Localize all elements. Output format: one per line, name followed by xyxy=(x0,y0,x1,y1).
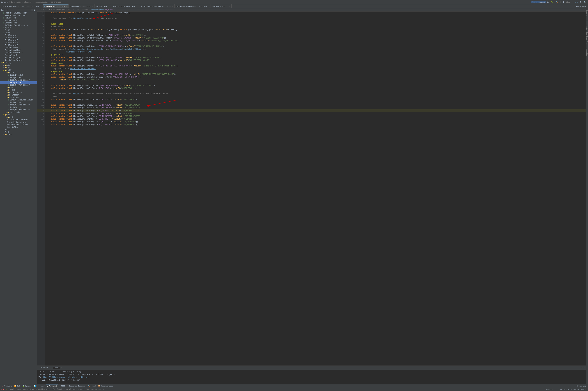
right-panel-gradle[interactable]: Gradle xyxy=(586,24,588,31)
sidebar-item-NettyServerHandler-reconnect[interactable]: JNettyServerHandler xyxy=(0,109,37,111)
status-spaces[interactable]: 4 spaces xyxy=(571,389,579,391)
tab-ChannelOption[interactable]: ◆ ChannelOption.java × xyxy=(43,4,69,8)
run-button[interactable]: ▶ xyxy=(547,0,550,3)
terminal-link[interactable]: https://github.com/quyixiao/test_netty.g… xyxy=(42,376,89,379)
sidebar-item-MySelf[interactable]: JMySelf xyxy=(0,27,37,29)
sidebar-item-directbuffer[interactable]: ▶📁directbuffer xyxy=(0,91,37,94)
sidebar-item-FastThreadLocalTest4[interactable]: JFastThreadLocalTest4 xyxy=(0,12,37,14)
tab-close-icon[interactable]: × xyxy=(229,5,230,7)
debug-button[interactable]: 🐛 xyxy=(551,0,554,3)
right-panel-jqi[interactable]: JQI xyxy=(586,19,588,23)
sidebar-item-Test3[interactable]: JTest3 xyxy=(0,29,37,32)
tab-close-icon[interactable]: × xyxy=(40,5,41,7)
sidebar-item-thrift[interactable]: ▶📁thrift xyxy=(0,134,37,136)
breadcrumb-class[interactable]: ChannelOption xyxy=(91,9,104,11)
tab-AbstractBootstrap[interactable]: AbstractBootstrap.java × xyxy=(111,4,139,8)
sidebar-item-UserBuffer[interactable]: JUserBuffer xyxy=(0,126,37,129)
tab-profiler[interactable]: 📊 Profiler xyxy=(33,384,46,388)
tab-close-icon[interactable]: × xyxy=(66,5,67,7)
sidebar-item-NettyServerHandler-base[interactable]: JNettyServerHandler xyxy=(0,84,37,86)
sidebar-item-TestPromise[interactable]: JTestPromise xyxy=(0,34,37,37)
sidebar-item-FutureTest2[interactable]: JFutureTest2 xyxy=(0,19,37,22)
build-button[interactable]: 🔨 xyxy=(555,0,559,3)
sidebar-item-TestPromise3[interactable]: JTestPromise3 xyxy=(0,39,37,42)
sidebar-item-NettyClient-reconnect[interactable]: JNettyClient xyxy=(0,101,37,104)
tab-todo[interactable]: ✓ TODO xyxy=(58,384,66,388)
sidebar-item-old[interactable]: ▶📁old xyxy=(0,116,37,119)
sidebar-collapse-btn[interactable]: ☰ xyxy=(34,9,36,11)
tab-MyGlobalEven[interactable]: MyGlobalEven... × xyxy=(211,4,232,8)
sidebar-item-netty[interactable]: ▼📁netty xyxy=(0,69,37,71)
right-panel-database[interactable]: Database xyxy=(586,9,588,18)
tab-NettyServer[interactable]: NettyServer.java × xyxy=(21,4,43,8)
sidebar-item-splitpacket[interactable]: ▶📁splitpacket xyxy=(0,111,37,114)
tab-MySelf[interactable]: MySelf.java × xyxy=(95,4,111,8)
sidebar-item-nio[interactable]: ▼📁nio xyxy=(0,114,37,116)
terminal-add-btn[interactable]: + xyxy=(61,367,63,369)
tab-close-icon[interactable]: × xyxy=(137,5,137,7)
status-git-branch[interactable]: ⬆ master xyxy=(546,388,554,391)
tab-terminal[interactable]: Terminal xyxy=(38,366,49,370)
status-line-col[interactable]: 117:48 xyxy=(556,389,562,391)
tab-terminal[interactable]: ▶ Terminal xyxy=(46,384,58,388)
breadcrumb-field[interactable]: SO_BACKLOG xyxy=(105,9,116,11)
settings-button[interactable]: ⚙ xyxy=(579,0,582,3)
sidebar-item-Test4[interactable]: JTest4 xyxy=(0,32,37,34)
sidebar-item-NettyClientHandler-reconnect[interactable]: JNettyClientHandler xyxy=(0,104,37,106)
tab-sequence-diagram[interactable]: ≡ Sequence Diagram xyxy=(67,384,86,388)
sidebar-item-heartbeat[interactable]: ▶📁heartbeat xyxy=(0,94,37,96)
sidebar-item-FastThreadLocalTest5[interactable]: JFastThreadLocalTest5 xyxy=(0,14,37,17)
tab-git[interactable]: 🔀 Git xyxy=(13,384,21,388)
sidebar-item-LargeObject[interactable]: JLargeObject xyxy=(0,22,37,24)
error-count[interactable]: ⊗ 1 xyxy=(1,388,4,391)
sidebar-item-reconnect[interactable]: ▼📁reconnect xyxy=(0,96,37,99)
search-button[interactable]: 🔍 xyxy=(583,0,587,3)
tab-problems[interactable]: ⚠ Problems xyxy=(1,384,13,388)
run-config-dropdown[interactable]: TestPromise5 xyxy=(531,1,546,3)
sidebar-item-NettyServer-selected[interactable]: JNettyServer xyxy=(0,81,37,84)
sidebar-item-NettyClientHandler[interactable]: JNettyClientHandler xyxy=(0,79,37,81)
tab-spring[interactable]: 🍃 Spring xyxy=(22,384,32,388)
sidebar-item-ThreadLocalTest2[interactable]: JThreadLocalTest2 xyxy=(0,52,37,54)
sidebar-item-tuling[interactable]: ▼📁tuling xyxy=(0,62,37,64)
tab-tutorGroup[interactable]: tutorGroup.java × xyxy=(0,4,21,8)
tab-EventLoopTaskQueueFactory[interactable]: EventLoopTaskQueueFactory.java × xyxy=(175,4,211,8)
sidebar-item-FileInputStreamTest[interactable]: JFileInputStreamTest xyxy=(0,119,37,121)
sidebar-item-aio[interactable]: ▶📁aio xyxy=(0,64,37,67)
sidebar-item-MyGlobalEventExecutor[interactable]: JMyGlobalEventExecutor xyxy=(0,24,37,27)
sidebar-item-UnsafeTest2[interactable]: JUnsafeTest2.java xyxy=(0,59,37,62)
sidebar-item-bio[interactable]: ▶📁bio xyxy=(0,67,37,69)
sidebar-item-ThreadLocalTest[interactable]: JThreadLocalTest xyxy=(0,49,37,52)
status-encoding[interactable]: UTF-8 xyxy=(564,389,569,391)
sidebar-item-NioSelectorServer[interactable]: JNioSelectorServer xyxy=(0,121,37,124)
sidebar-item-Test[interactable]: JTest xyxy=(0,131,37,134)
terminal-close-btn[interactable]: × xyxy=(584,367,585,369)
sidebar-item-ThreadTest4[interactable]: JThreadTest4 xyxy=(0,54,37,57)
tab-event-log[interactable]: Event Log xyxy=(576,385,587,387)
sidebar-item-Result[interactable]: JResult xyxy=(0,129,37,131)
sidebar-item-ThreadLocal5[interactable]: JThreadLocal5 xyxy=(0,47,37,49)
status-file-type[interactable]: master xyxy=(581,389,587,391)
warning-count[interactable]: ⚠ 1 xyxy=(6,388,8,391)
tab-close-icon[interactable]: × xyxy=(92,5,93,7)
sidebar-item-chat[interactable]: ▶📁chat xyxy=(0,86,37,89)
tab-close-icon[interactable]: × xyxy=(109,5,110,7)
project-menu[interactable]: Project ▾ xyxy=(1,1,8,3)
sidebar-item-TestPromise4[interactable]: JTestPromise4 xyxy=(0,42,37,44)
sidebar-item-base[interactable]: ▼📁base xyxy=(0,71,37,74)
sidebar-item-NettyServer-reconnect[interactable]: JNettyServer xyxy=(0,106,37,109)
reader-mode-button[interactable]: Reader Mode xyxy=(575,5,587,8)
terminal-settings-btn[interactable]: ⚙ xyxy=(582,367,583,369)
sidebar-item-LifeCycleBoundHandler[interactable]: JLifeCycleBoundHandler xyxy=(0,99,37,101)
sidebar-item-UnsafeTest[interactable]: JUnsafeTest.java xyxy=(0,57,37,59)
right-panel-jclasslib[interactable]: jclasslib xyxy=(586,47,588,57)
tab-dependencies[interactable]: 📦 Dependencies xyxy=(97,384,114,388)
sidebar-item-codec[interactable]: ▶📁codec xyxy=(0,89,37,91)
sidebar-item-NettyByteBuf[interactable]: JNettyByteBuf xyxy=(0,74,37,76)
tab-close-icon[interactable]: × xyxy=(18,5,19,7)
git-button[interactable]: ⬆ xyxy=(562,0,565,3)
tab-close-icon[interactable]: × xyxy=(208,5,209,7)
sidebar-settings-btn[interactable]: ⚙ xyxy=(31,9,33,11)
tab-ReflectiveChannelFactory[interactable]: ReflectiveChannelFactory.java × xyxy=(139,4,174,8)
tab-build[interactable]: 🔨 Build xyxy=(87,384,97,388)
